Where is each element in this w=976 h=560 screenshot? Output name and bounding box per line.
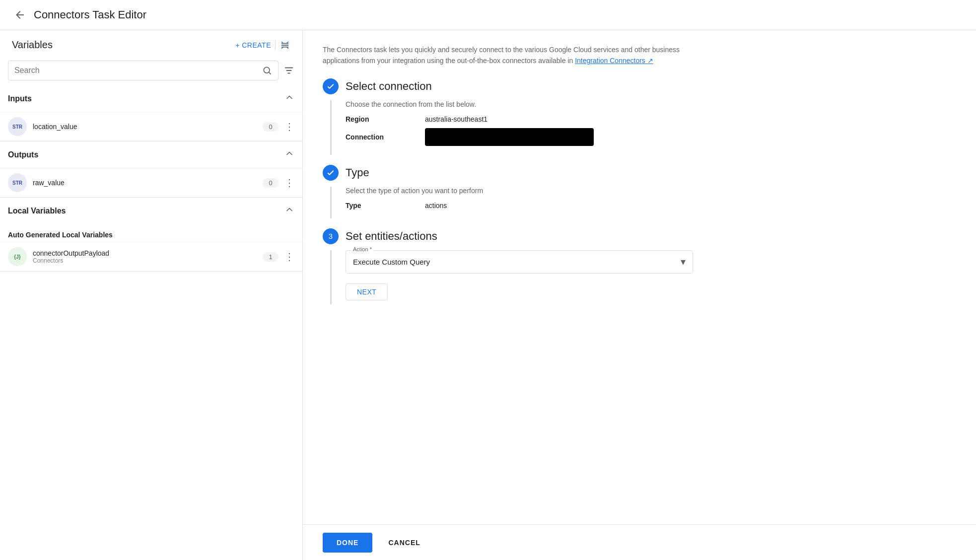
inputs-section: Inputs STR location_value 0 ⋮	[0, 85, 302, 141]
step3-title: Set entities/actions	[346, 230, 437, 243]
outputs-collapse-button[interactable]	[284, 148, 294, 161]
variables-header: Variables + CREATE	[0, 30, 302, 57]
header: Connectors Task Editor	[0, 0, 976, 30]
next-button[interactable]: NEXT	[346, 283, 388, 300]
str-badge: STR	[8, 117, 27, 136]
left-panel: Variables + CREATE	[0, 30, 303, 560]
local-variables-section-header[interactable]: Local Variables	[0, 198, 302, 224]
var-name-location-value: location_value	[33, 123, 257, 131]
vertical-divider	[275, 40, 276, 50]
step1-subtitle: Choose the connection from the list belo…	[346, 100, 956, 108]
done-button[interactable]: DONE	[323, 533, 372, 553]
input-item-location-value: STR location_value 0 ⋮	[0, 112, 302, 141]
step1-content: Choose the connection from the list belo…	[330, 100, 956, 155]
variables-title: Variables	[12, 39, 53, 51]
action-field: Action * Execute Custom Query Create Upd…	[346, 250, 956, 274]
variables-actions: + CREATE	[235, 40, 290, 51]
main-layout: Variables + CREATE	[0, 30, 976, 560]
type-label: Type	[346, 202, 405, 210]
back-button[interactable]	[12, 7, 28, 23]
var-more-button-raw-value[interactable]: ⋮	[284, 177, 294, 189]
connection-label: Connection	[346, 133, 405, 141]
var-name-wrap-connector: connectorOutputPayload Connectors	[33, 249, 257, 264]
json-badge: {J}	[8, 247, 27, 266]
step2-subtitle: Select the type of action you want to pe…	[346, 187, 956, 195]
step3-block: 3 Set entities/actions Action * Execute …	[323, 228, 956, 304]
step1-title: Select connection	[346, 80, 432, 93]
local-variables-collapse-button[interactable]	[284, 205, 294, 217]
next-btn-area: NEXT	[346, 283, 956, 300]
right-content: The Connectors task lets you quickly and…	[303, 30, 976, 524]
step1-region-row: Region australia-southeast1	[346, 115, 956, 123]
output-item-raw-value: STR raw_value 0 ⋮	[0, 168, 302, 197]
search-filter-row	[0, 57, 302, 85]
description-text: The Connectors task lets you quickly and…	[323, 44, 710, 67]
step2-type-row: Type actions	[346, 202, 956, 210]
step2-header: Type	[323, 165, 956, 181]
action-select-label: Action *	[351, 246, 374, 252]
step1-block: Select connection Choose the connection …	[323, 78, 956, 155]
inputs-section-header[interactable]: Inputs	[0, 85, 302, 112]
type-value: actions	[425, 202, 447, 210]
var-count-connector: 1	[263, 252, 279, 262]
page-title: Connectors Task Editor	[34, 8, 146, 21]
integration-connectors-link[interactable]: Integration Connectors ↗	[575, 57, 653, 65]
local-variables-title: Local Variables	[8, 207, 66, 215]
var-more-button-location-value[interactable]: ⋮	[284, 121, 294, 133]
var-name-connector-output: connectorOutputPayload	[33, 249, 257, 257]
step3-content: Action * Execute Custom Query Create Upd…	[330, 250, 956, 304]
outputs-section-header[interactable]: Outputs	[0, 141, 302, 168]
footer: DONE CANCEL	[303, 524, 976, 560]
step3-number: 3	[329, 232, 333, 240]
region-label: Region	[346, 115, 405, 123]
search-input[interactable]	[14, 66, 262, 75]
var-name-raw-value: raw_value	[33, 179, 257, 187]
step1-header: Select connection	[323, 78, 956, 94]
auto-gen-label: Auto Generated Local Variables	[0, 224, 302, 242]
step2-icon	[323, 165, 339, 181]
local-variables-section: Local Variables Auto Generated Local Var…	[0, 198, 302, 272]
var-count-location-value: 0	[263, 122, 279, 132]
connection-value-redacted	[425, 128, 594, 146]
step3-header: 3 Set entities/actions	[323, 228, 956, 244]
step1-connection-row: Connection	[346, 128, 956, 146]
var-more-button-connector[interactable]: ⋮	[284, 251, 294, 263]
search-wrapper	[8, 61, 279, 80]
var-count-raw-value: 0	[263, 178, 279, 188]
step3-icon: 3	[323, 228, 339, 244]
step2-block: Type Select the type of action you want …	[323, 165, 956, 218]
cancel-button[interactable]: CANCEL	[380, 533, 428, 553]
action-dropdown[interactable]: Execute Custom Query Create Update Delet…	[346, 251, 693, 273]
region-value: australia-southeast1	[425, 115, 488, 123]
local-var-item-connector-output: {J} connectorOutputPayload Connectors 1 …	[0, 242, 302, 271]
collapse-all-button[interactable]	[279, 40, 290, 51]
var-sub-connectors: Connectors	[33, 257, 257, 264]
right-panel: The Connectors task lets you quickly and…	[303, 30, 976, 560]
outputs-title: Outputs	[8, 150, 38, 159]
action-select-wrap: Action * Execute Custom Query Create Upd…	[346, 250, 693, 274]
create-button[interactable]: + CREATE	[235, 41, 271, 49]
filter-button[interactable]	[283, 65, 294, 76]
step1-icon	[323, 78, 339, 94]
inputs-collapse-button[interactable]	[284, 92, 294, 105]
step2-content: Select the type of action you want to pe…	[330, 187, 956, 218]
step2-title: Type	[346, 166, 369, 179]
inputs-title: Inputs	[8, 94, 32, 103]
outputs-section: Outputs STR raw_value 0 ⋮	[0, 141, 302, 198]
str-badge-raw: STR	[8, 173, 27, 192]
search-icon-button[interactable]	[262, 66, 272, 75]
